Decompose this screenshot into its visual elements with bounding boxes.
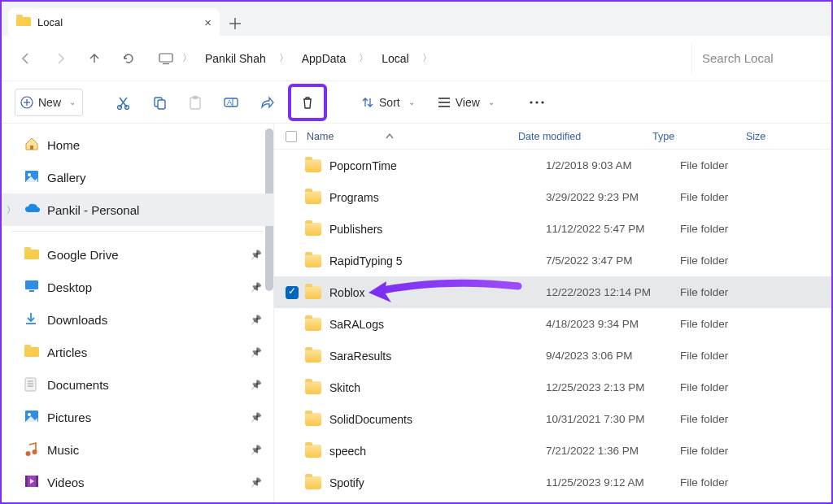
gdrive-icon [24,247,39,262]
rename-button[interactable]: A [216,89,246,116]
sidebar-item-onedrive[interactable]: 〉Pankil - Personal [2,193,273,226]
sidebar-item-pictures[interactable]: Pictures📌 [2,401,273,433]
file-date: 11/25/2023 9:12 AM [546,476,680,489]
chevron-right-icon[interactable]: 〉 [7,204,15,216]
new-tab-button[interactable] [223,11,247,36]
tab-local[interactable]: Local × [8,8,220,36]
sort-button[interactable]: Sort ⌄ [353,89,423,116]
table-row[interactable]: Spotify11/25/2023 9:12 AMFile folder [274,467,831,498]
folder-icon [305,254,321,267]
sidebar-item-gdrive[interactable]: Google Drive📌 [2,238,273,271]
table-row[interactable]: PopcornTime1/2/2018 9:03 AMFile folder [274,150,831,181]
file-name: Publishers [329,223,546,236]
sidebar-item-music[interactable]: Music📌 [2,433,273,466]
main-area: HomeGallery〉Pankil - Personal Google Dri… [2,124,831,502]
folder-icon [305,159,321,172]
table-row[interactable]: Programs3/29/2022 9:23 PMFile folder [274,181,831,213]
crumb-1[interactable]: AppData [294,49,354,68]
more-button[interactable] [522,89,552,116]
sidebar-item-label: Desktop [47,280,92,294]
folder-icon [305,223,321,236]
paste-button[interactable] [181,89,210,116]
sidebar-item-label: Videos [47,476,85,489]
sort-label: Sort [379,96,400,109]
back-button[interactable] [11,44,41,73]
gallery-icon [24,170,39,185]
column-date[interactable]: Date modified [518,131,652,142]
delete-highlight [288,84,327,121]
view-button[interactable]: View ⌄ [430,89,503,116]
pin-icon: 📌 [251,380,262,390]
folder-icon [305,191,321,204]
table-row[interactable]: Publishers11/12/2022 5:47 PMFile folder [274,213,831,245]
copy-button[interactable] [145,89,174,116]
sidebar-item-documents[interactable]: Documents📌 [2,368,273,401]
file-name: SolidDocuments [329,413,546,426]
folder-icon [305,350,321,363]
svg-point-39 [28,413,31,416]
toolbar: New ⌄ A Sort ⌄ View ⌄ [2,81,831,124]
sidebar-item-home[interactable]: Home [2,128,273,161]
svg-point-23 [541,101,543,103]
sidebar-item-label: Downloads [47,313,107,327]
forward-button[interactable] [46,44,75,73]
svg-point-26 [28,173,31,176]
navigation-pane: HomeGallery〉Pankil - Personal Google Dri… [2,124,274,502]
file-type: File folder [680,254,774,267]
cut-button[interactable] [109,89,138,116]
pc-icon[interactable] [155,44,177,73]
file-list: Name Date modified Type Size PopcornTime… [274,124,831,502]
delete-button[interactable] [293,89,322,116]
column-size[interactable]: Size [746,131,787,142]
svg-rect-34 [25,378,36,391]
refresh-button[interactable] [114,44,143,73]
up-button[interactable] [80,44,109,73]
chevron-right-icon[interactable]: 〉 [179,51,195,65]
column-headers: Name Date modified Type Size [274,124,831,150]
search-input[interactable]: Search Local [691,44,822,73]
chevron-down-icon: ⌄ [69,98,76,106]
svg-rect-24 [30,146,33,150]
file-date: 3/29/2022 9:23 PM [546,191,680,203]
file-type: File folder [680,223,774,235]
chevron-right-icon[interactable]: 〉 [355,51,372,65]
table-row[interactable]: Roblox12/22/2023 12:14 PMFile folder [274,276,831,308]
onedrive-icon [24,202,39,217]
table-row[interactable]: Skitch12/25/2023 2:13 PMFile folder [274,371,831,403]
pin-icon: 📌 [251,412,262,423]
file-name: RapidTyping 5 [329,254,546,267]
file-date: 11/12/2022 5:47 PM [546,223,680,235]
table-row[interactable]: SaraResults9/4/2023 3:06 PMFile folder [274,340,831,371]
desktop-icon [24,280,39,294]
table-row[interactable]: speech7/21/2022 1:36 PMFile folder [274,435,831,467]
file-date: 1/2/2018 9:03 AM [546,159,680,172]
new-button[interactable]: New ⌄ [15,89,83,116]
file-name: SaraResults [329,350,546,363]
close-icon[interactable]: × [204,15,212,29]
column-name[interactable]: Name [274,131,518,142]
sidebar-item-downloads[interactable]: Downloads📌 [2,303,273,336]
sidebar-item-desktop[interactable]: Desktop📌 [2,271,273,303]
column-type[interactable]: Type [652,131,746,142]
chevron-right-icon[interactable]: 〉 [276,51,292,65]
sidebar-item-videos[interactable]: Videos📌 [2,466,273,498]
crumb-0[interactable]: Pankil Shah [197,49,274,68]
pin-icon: 📌 [251,445,262,455]
share-button[interactable] [252,89,281,116]
svg-rect-12 [158,100,165,109]
row-checkbox[interactable] [286,286,299,299]
folder-icon [305,445,321,458]
table-row[interactable]: SaRALogs4/18/2023 9:34 PMFile folder [274,308,831,340]
table-row[interactable]: SolidDocuments10/31/2021 7:30 PMFile fol… [274,403,831,435]
sidebar-item-label: Gallery [47,171,86,185]
sidebar-item-articles[interactable]: Articles📌 [2,336,273,368]
table-row[interactable]: RapidTyping 57/5/2022 3:47 PMFile folder [274,245,831,276]
new-label: New [38,96,61,109]
select-all-checkbox[interactable] [286,131,297,142]
svg-point-40 [26,451,31,456]
svg-point-21 [530,101,532,103]
chevron-right-icon[interactable]: 〉 [419,51,435,65]
sidebar-item-gallery[interactable]: Gallery [2,161,273,193]
crumb-2[interactable]: Local [373,49,416,68]
file-name: Skitch [329,381,546,394]
